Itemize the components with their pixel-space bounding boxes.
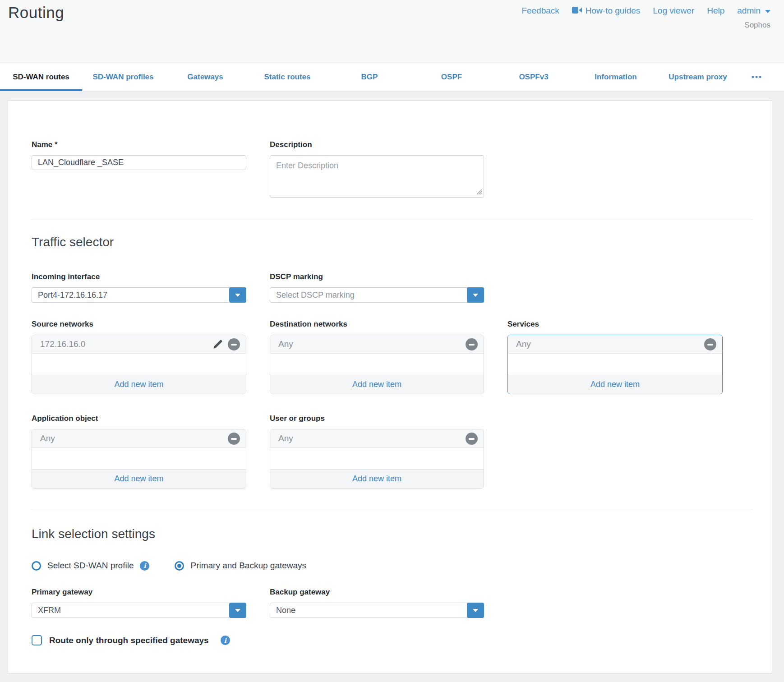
help-link[interactable]: Help bbox=[707, 6, 724, 16]
tab-sdwan-routes[interactable]: SD-WAN routes bbox=[0, 63, 82, 91]
caret-down-icon bbox=[473, 609, 478, 612]
tab-sdwan-profiles[interactable]: SD-WAN profiles bbox=[82, 63, 164, 91]
application-object-label: Application object bbox=[32, 414, 246, 423]
incoming-interface-label: Incoming interface bbox=[32, 272, 246, 281]
tab-bgp[interactable]: BGP bbox=[328, 63, 410, 91]
services-label: Services bbox=[507, 320, 723, 329]
destination-networks-label: Destination networks bbox=[270, 320, 484, 329]
caret-down-icon bbox=[765, 10, 770, 13]
add-new-item-button[interactable]: Add new item bbox=[32, 469, 246, 488]
tab-information[interactable]: Information bbox=[575, 63, 657, 91]
destination-networks-group: Destination networks Any Add new item bbox=[270, 320, 484, 394]
description-label: Description bbox=[270, 140, 484, 149]
source-networks-group: Source networks 172.16.16.0 Add new item bbox=[32, 320, 246, 394]
caret-down-icon bbox=[235, 294, 240, 297]
caret-down-icon bbox=[473, 294, 478, 297]
dscp-marking-group: DSCP marking Select DSCP marking bbox=[270, 272, 484, 303]
route-only-checkbox-row[interactable]: Route only through specified gateways i bbox=[32, 635, 772, 645]
item-box-empty-area bbox=[32, 448, 246, 469]
add-new-item-button[interactable]: Add new item bbox=[32, 375, 246, 394]
resize-handle-icon[interactable] bbox=[476, 189, 482, 197]
list-item: Any bbox=[270, 335, 484, 354]
admin-menu[interactable]: admin bbox=[737, 6, 770, 16]
remove-item-icon[interactable] bbox=[228, 433, 240, 445]
checkbox-unchecked-icon bbox=[32, 635, 42, 645]
required-marker: * bbox=[55, 140, 58, 149]
application-object-box: Any Add new item bbox=[32, 429, 246, 488]
tab-bar: SD-WAN routes SD-WAN profiles Gateways S… bbox=[0, 63, 784, 91]
tab-upstream-proxy[interactable]: Upstream proxy bbox=[657, 63, 739, 91]
top-nav: Feedback How-to guides Log viewer Help a… bbox=[521, 6, 770, 16]
interface-dscp-row: Incoming interface Port4-172.16.16.17 DS… bbox=[32, 272, 772, 303]
info-icon[interactable]: i bbox=[221, 636, 230, 645]
primary-gateway-group: Primary gateway XFRM bbox=[32, 588, 246, 618]
video-camera-icon bbox=[572, 6, 582, 16]
app-users-row: Application object Any Add new item User… bbox=[32, 414, 772, 488]
user-or-groups-label: User or groups bbox=[270, 414, 484, 423]
description-input[interactable] bbox=[270, 155, 484, 198]
list-item: Any bbox=[508, 335, 722, 354]
dropdown-button[interactable] bbox=[467, 603, 484, 618]
link-selection-heading: Link selection settings bbox=[32, 526, 772, 542]
page-title: Routing bbox=[8, 4, 64, 22]
radio-selected-icon bbox=[175, 561, 184, 571]
feedback-link[interactable]: Feedback bbox=[521, 6, 559, 16]
page-header: Routing Feedback How-to guides Log viewe… bbox=[0, 0, 784, 63]
primary-gateway-select[interactable]: XFRM bbox=[32, 603, 246, 618]
services-box: Any Add new item bbox=[507, 335, 723, 394]
section-divider bbox=[32, 220, 753, 220]
tab-gateways[interactable]: Gateways bbox=[164, 63, 246, 91]
backup-gateway-select[interactable]: None bbox=[270, 603, 484, 618]
backup-gateway-label: Backup gateway bbox=[270, 588, 484, 597]
remove-item-icon[interactable] bbox=[704, 338, 716, 350]
list-item: 172.16.16.0 bbox=[32, 335, 246, 354]
dscp-marking-label: DSCP marking bbox=[270, 272, 484, 281]
backup-gateway-group: Backup gateway None bbox=[270, 588, 484, 618]
edit-pencil-icon[interactable] bbox=[212, 338, 224, 350]
user-or-groups-box: Any Add new item bbox=[270, 429, 484, 488]
incoming-interface-group: Incoming interface Port4-172.16.16.17 bbox=[32, 272, 246, 303]
radio-unselected-icon bbox=[32, 561, 41, 571]
description-field-group: Description bbox=[270, 140, 484, 199]
item-box-empty-area bbox=[508, 354, 722, 375]
remove-item-icon[interactable] bbox=[466, 338, 478, 350]
dropdown-button[interactable] bbox=[229, 603, 246, 618]
tab-ospf[interactable]: OSPF bbox=[410, 63, 493, 91]
radio-option-primary-backup[interactable]: Primary and Backup gateways bbox=[175, 561, 306, 571]
source-networks-label: Source networks bbox=[32, 320, 246, 329]
tab-static-routes[interactable]: Static routes bbox=[246, 63, 328, 91]
add-new-item-button[interactable]: Add new item bbox=[270, 375, 484, 394]
dscp-marking-select[interactable]: Select DSCP marking bbox=[270, 287, 484, 303]
name-description-row: Name * Description bbox=[32, 140, 772, 199]
name-field-group: Name * bbox=[32, 140, 246, 199]
caret-down-icon bbox=[235, 609, 240, 612]
application-object-group: Application object Any Add new item bbox=[32, 414, 246, 488]
log-viewer-link[interactable]: Log viewer bbox=[653, 6, 694, 16]
list-item: Any bbox=[32, 429, 246, 448]
info-icon[interactable]: i bbox=[140, 561, 149, 571]
item-box-empty-area bbox=[32, 354, 246, 375]
remove-item-icon[interactable] bbox=[228, 338, 240, 350]
name-input[interactable] bbox=[32, 155, 246, 170]
section-divider bbox=[32, 509, 753, 509]
tab-ospfv3[interactable]: OSPFv3 bbox=[493, 63, 575, 91]
services-group: Services Any Add new item bbox=[507, 320, 723, 394]
incoming-interface-select[interactable]: Port4-172.16.16.17 bbox=[32, 287, 246, 303]
list-item: Any bbox=[270, 429, 484, 448]
tabs-more-button[interactable]: ••• bbox=[739, 63, 784, 91]
user-or-groups-group: User or groups Any Add new item bbox=[270, 414, 484, 488]
networks-row: Source networks 172.16.16.0 Add new item… bbox=[32, 320, 772, 394]
item-box-empty-area bbox=[270, 448, 484, 469]
add-new-item-button[interactable]: Add new item bbox=[508, 375, 722, 394]
gateways-row: Primary gateway XFRM Backup gateway None bbox=[32, 588, 772, 618]
destination-networks-box: Any Add new item bbox=[270, 335, 484, 394]
primary-gateway-label: Primary gateway bbox=[32, 588, 246, 597]
howto-guides-link[interactable]: How-to guides bbox=[572, 6, 640, 16]
dropdown-button[interactable] bbox=[467, 287, 484, 303]
remove-item-icon[interactable] bbox=[466, 433, 478, 445]
brand-label: Sophos bbox=[744, 21, 770, 30]
add-new-item-button[interactable]: Add new item bbox=[270, 469, 484, 488]
link-selection-radio-row: Select SD-WAN profile i Primary and Back… bbox=[32, 561, 772, 571]
dropdown-button[interactable] bbox=[229, 287, 246, 303]
radio-option-sdwan-profile[interactable]: Select SD-WAN profile i bbox=[32, 561, 149, 571]
